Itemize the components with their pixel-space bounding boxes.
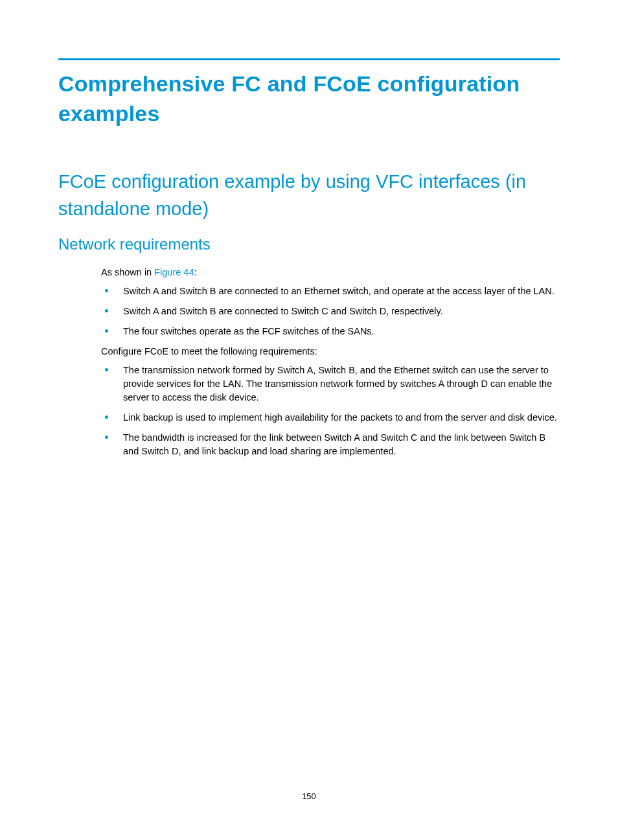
section-rule [58, 58, 560, 60]
list-item: The transmission network formed by Switc… [101, 364, 560, 404]
list-item: The bandwidth is increased for the link … [101, 431, 560, 458]
paragraph-2: Configure FCoE to meet the following req… [101, 345, 560, 358]
body-content: As shown in Figure 44: Switch A and Swit… [101, 266, 560, 458]
bullet-list-2: The transmission network formed by Switc… [101, 364, 560, 458]
page: Comprehensive FC and FCoE configuration … [0, 0, 618, 840]
heading-2: FCoE configuration example by using VFC … [58, 168, 560, 222]
intro-paragraph: As shown in Figure 44: [101, 266, 560, 279]
list-item: Switch A and Switch B are connected to a… [101, 285, 560, 298]
page-number: 150 [0, 791, 618, 801]
list-item: Link backup is used to implement high av… [101, 411, 560, 425]
figure-link[interactable]: Figure 44 [154, 267, 194, 277]
intro-prefix: As shown in [101, 267, 154, 277]
heading-1: Comprehensive FC and FCoE configuration … [58, 69, 560, 129]
heading-3: Network requirements [58, 234, 560, 254]
bullet-list-1: Switch A and Switch B are connected to a… [101, 285, 560, 338]
list-item: Switch A and Switch B are connected to S… [101, 305, 560, 318]
intro-suffix: : [194, 267, 196, 277]
list-item: The four switches operate as the FCF swi… [101, 325, 560, 338]
